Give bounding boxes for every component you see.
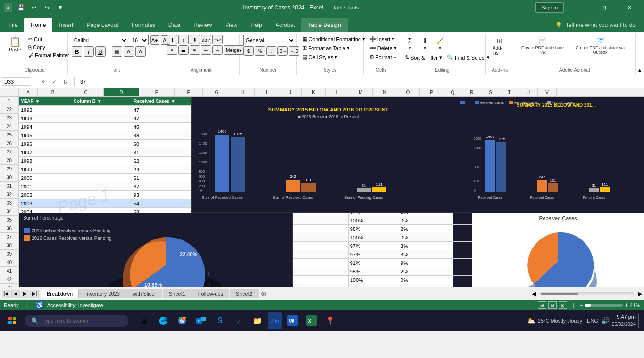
- font-family-select[interactable]: Calibri: [72, 35, 128, 45]
- taskbar-search-input[interactable]: [42, 318, 118, 324]
- files-button[interactable]: 📁: [249, 312, 266, 329]
- sign-in-button[interactable]: Sign in: [535, 2, 564, 13]
- col-header-L[interactable]: L: [326, 88, 349, 96]
- tab-first-button[interactable]: |◀: [2, 290, 10, 298]
- row-header-23[interactable]: 23: [0, 114, 19, 122]
- format-cells-button[interactable]: ⚙ Format ~: [368, 53, 398, 61]
- percent-button[interactable]: $: [243, 46, 254, 56]
- tab-followups[interactable]: Follow-ups: [192, 289, 229, 298]
- bold-button[interactable]: B: [72, 46, 82, 57]
- conditional-formatting-button[interactable]: ▦ Conditional Formatting ▾: [301, 35, 367, 43]
- row-header-39[interactable]: 39: [0, 250, 19, 258]
- cancel-formula-button[interactable]: ✕: [38, 77, 48, 86]
- col-header-O[interactable]: O: [396, 88, 420, 96]
- edge-button[interactable]: [155, 312, 172, 329]
- comma-style-button[interactable]: ,: [266, 46, 276, 56]
- tab-withslicer[interactable]: with Slicer: [126, 289, 162, 298]
- font-size-select[interactable]: 16: [130, 35, 149, 45]
- ribbon-collapse-button[interactable]: ▲: [637, 68, 642, 73]
- scrollbar-thumb[interactable]: [541, 293, 578, 295]
- col-header-S[interactable]: S: [481, 88, 500, 96]
- col-header-N[interactable]: N: [373, 88, 396, 96]
- row-header-33[interactable]: 33: [0, 199, 19, 207]
- confirm-formula-button[interactable]: ✓: [50, 77, 59, 86]
- col-header-G[interactable]: G: [203, 88, 231, 96]
- insert-cells-button[interactable]: ➕ Insert▾: [368, 35, 397, 43]
- align-bottom-button[interactable]: ⬇: [190, 35, 200, 44]
- row-header-42[interactable]: 42: [0, 275, 19, 284]
- tab-sheet2[interactable]: Sheet2: [230, 289, 259, 298]
- number-format-select[interactable]: General: [243, 35, 295, 45]
- align-left-button[interactable]: ≡: [167, 45, 177, 55]
- align-center-button[interactable]: ☰: [178, 45, 189, 55]
- borders-button[interactable]: ▦: [112, 46, 122, 57]
- excel-icon[interactable]: ✕: [4, 3, 12, 12]
- view-page-break-button[interactable]: ⊠: [559, 301, 567, 309]
- fill-button[interactable]: ⬇ ▾: [418, 35, 432, 52]
- close-button[interactable]: ✕: [619, 0, 640, 15]
- row-header-26[interactable]: 26: [0, 139, 19, 148]
- col-header-P[interactable]: P: [420, 88, 443, 96]
- spotify-button[interactable]: ♪: [230, 312, 247, 329]
- paste-button[interactable]: 📋 Paste: [6, 35, 25, 54]
- wrap-text-button[interactable]: ≡↩: [212, 35, 223, 44]
- taskbar-search-box[interactable]: 🔍: [25, 315, 128, 327]
- zoom-out-button[interactable]: −: [580, 302, 583, 308]
- word-button[interactable]: W: [284, 312, 301, 329]
- row-header-29[interactable]: 29: [0, 165, 19, 173]
- autosum-button[interactable]: Σ ▾: [403, 35, 417, 52]
- col-header-Q[interactable]: Q: [443, 88, 462, 96]
- col-header-E[interactable]: E: [139, 88, 175, 96]
- col-header-T[interactable]: T: [500, 88, 519, 96]
- corner-cell[interactable]: [0, 88, 19, 97]
- tab-data[interactable]: Data: [162, 18, 187, 32]
- row-header-38[interactable]: 38: [0, 241, 19, 250]
- clear-button[interactable]: 🧹 ▾: [433, 35, 447, 52]
- customize-btn[interactable]: ▼: [55, 2, 66, 13]
- col-header-D[interactable]: D: [104, 88, 139, 96]
- col-header-B[interactable]: B: [38, 88, 68, 96]
- col-header-H[interactable]: H: [231, 88, 255, 96]
- tab-home[interactable]: Home: [24, 18, 52, 32]
- cut-button[interactable]: ✂Cut: [26, 35, 71, 43]
- tab-view[interactable]: View: [219, 18, 244, 32]
- find-select-button[interactable]: 🔍 Find & Select▾: [445, 53, 492, 61]
- row-header-37[interactable]: 37: [0, 233, 19, 241]
- col-header-C[interactable]: C: [68, 88, 104, 96]
- col-header-J[interactable]: J: [278, 88, 302, 96]
- row-header-27[interactable]: 27: [0, 148, 19, 156]
- col-header-R[interactable]: R: [462, 88, 481, 96]
- restore-button[interactable]: ⊡: [593, 0, 615, 15]
- excel-taskbar-button[interactable]: X: [303, 312, 320, 329]
- maps-button[interactable]: 📍: [322, 312, 339, 329]
- col-header-A[interactable]: A: [19, 88, 38, 96]
- col-header-V[interactable]: V: [538, 88, 557, 96]
- copy-button[interactable]: ⎘Copy: [26, 43, 71, 51]
- tab-table-design[interactable]: Table Design: [301, 18, 347, 32]
- sound-icon[interactable]: 🔊: [601, 317, 609, 324]
- col-header-M[interactable]: M: [349, 88, 373, 96]
- italic-button[interactable]: I: [84, 46, 94, 57]
- spreadsheet[interactable]: YEAR ▼ Column B ▼ Received Cases ▼ Resol…: [19, 97, 644, 287]
- row-header-24[interactable]: 24: [0, 122, 19, 131]
- tab-sheet1[interactable]: Sheet1: [163, 289, 192, 298]
- font-color-button[interactable]: A: [135, 46, 146, 57]
- orientation-button[interactable]: ab↗: [201, 35, 211, 44]
- col-header-K[interactable]: K: [302, 88, 326, 96]
- undo-btn[interactable]: ↩: [28, 2, 40, 13]
- format-painter-button[interactable]: 🖌Format Painter: [26, 51, 71, 59]
- row-header-1[interactable]: 1: [0, 97, 19, 105]
- increase-decimal-button[interactable]: .0→: [277, 46, 288, 56]
- align-middle-button[interactable]: ↕: [178, 35, 189, 44]
- tab-insert[interactable]: Insert: [52, 18, 80, 32]
- row-header-36[interactable]: 36: [0, 224, 19, 233]
- view-normal-button[interactable]: ⊞: [538, 301, 546, 309]
- tab-breakdown[interactable]: Breakdown: [41, 289, 79, 298]
- insert-function-button[interactable]: fx: [61, 77, 70, 86]
- row-header-32[interactable]: 32: [0, 190, 19, 199]
- tell-me[interactable]: 💡 Tell me what you want to do: [549, 18, 642, 32]
- tab-next-button[interactable]: ▶: [21, 290, 29, 298]
- skype-button[interactable]: S: [211, 312, 228, 329]
- scroll-right-btn[interactable]: ▶: [638, 290, 642, 297]
- row-header-43[interactable]: 43: [0, 284, 19, 287]
